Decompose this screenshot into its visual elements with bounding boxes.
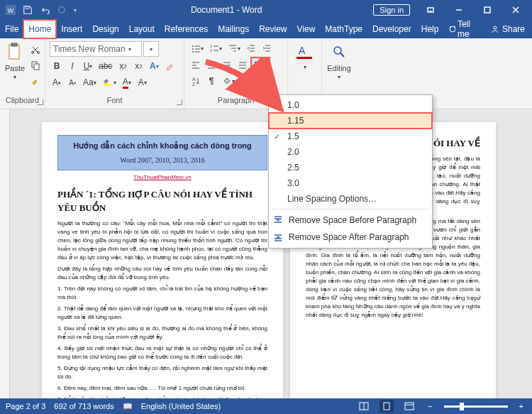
status-proofing-icon[interactable]: 📖 xyxy=(123,402,133,411)
word-app-icon: W xyxy=(3,2,18,18)
tab-home[interactable]: Home xyxy=(23,20,56,38)
line-spacing-115[interactable]: 1.15 xyxy=(269,113,432,129)
svg-rect-69 xyxy=(384,403,389,410)
minimize-button[interactable] xyxy=(445,0,472,20)
shrink-font-button[interactable]: A▾ xyxy=(65,75,79,89)
status-page[interactable]: Page 2 of 3 xyxy=(6,402,45,410)
tab-view[interactable]: View xyxy=(292,20,321,38)
format-painter-icon[interactable] xyxy=(28,74,43,88)
share-button[interactable]: Share xyxy=(484,24,532,34)
multilevel-button[interactable]: ▾ xyxy=(226,41,243,55)
svg-line-60 xyxy=(340,53,344,57)
cut-icon[interactable] xyxy=(28,43,43,57)
decrease-indent-button[interactable] xyxy=(244,41,258,55)
page-column-1[interactable]: Hướng dẫn cách chỉnh khoảng cách dòng tr… xyxy=(42,122,283,398)
line-spacing-30[interactable]: 3.0 xyxy=(269,175,432,191)
zoom-out-icon[interactable]: − xyxy=(425,402,435,410)
svg-text:Z: Z xyxy=(192,82,196,86)
line-spacing-25[interactable]: 2.5 xyxy=(269,160,432,175)
show-marks-button[interactable]: ¶ xyxy=(204,74,218,88)
group-font-label: Font xyxy=(50,96,179,107)
qat-customize-icon[interactable]: ▾ xyxy=(71,7,79,13)
numbering-button[interactable]: 12▾ xyxy=(207,41,224,55)
tab-layout[interactable]: Layout xyxy=(124,20,160,38)
undo-icon[interactable] xyxy=(37,2,52,18)
shading-button[interactable]: ▾ xyxy=(220,74,237,88)
clear-format-button[interactable] xyxy=(162,59,177,73)
font-color-button[interactable]: A▾ xyxy=(120,75,134,89)
highlight-button[interactable]: ▾ xyxy=(100,75,118,89)
svg-text:A: A xyxy=(299,45,306,56)
document-title: Document1 - Word xyxy=(79,5,373,15)
tab-references[interactable]: References xyxy=(160,20,213,38)
styles-button[interactable]: A▾ xyxy=(292,41,317,70)
maximize-button[interactable] xyxy=(474,0,501,20)
line-spacing-button[interactable]: ▾ xyxy=(251,58,270,72)
ruler-vertical[interactable] xyxy=(0,109,10,398)
line-spacing-15[interactable]: 1.5 xyxy=(269,129,432,144)
sign-in-button[interactable]: Sign in xyxy=(373,4,410,16)
titlebar: W ▾ Document1 - Word Sign in xyxy=(0,0,532,20)
zoom-slider[interactable] xyxy=(444,405,508,408)
redo-placeholder-icon[interactable] xyxy=(54,2,70,18)
document-area[interactable]: Hướng dẫn cách chỉnh khoảng cách dòng tr… xyxy=(0,109,532,398)
font-name-combo[interactable]: Times New Roman▾ xyxy=(50,41,142,57)
status-language[interactable]: English (United States) xyxy=(141,402,221,410)
paste-button[interactable]: Paste ▾ xyxy=(4,41,26,80)
svg-point-20 xyxy=(192,45,194,47)
tab-review[interactable]: Review xyxy=(254,20,292,38)
increase-indent-button[interactable] xyxy=(260,41,274,55)
grow-font-button[interactable]: A▴ xyxy=(50,75,64,89)
view-print-layout[interactable] xyxy=(379,400,394,413)
superscript-button[interactable]: x2 xyxy=(131,59,145,73)
subscript-button[interactable]: x2 xyxy=(116,59,130,73)
tab-tell-me[interactable]: Tell me xyxy=(443,20,484,38)
font-size-combo[interactable]: ▾ xyxy=(143,41,159,57)
tab-help[interactable]: Help xyxy=(416,20,444,38)
line-spacing-options[interactable]: Line Spacing Options… xyxy=(269,191,432,207)
ribbon-options-icon[interactable] xyxy=(417,0,444,20)
change-case-button[interactable]: Aa▾ xyxy=(81,75,99,89)
tab-developer[interactable]: Developer xyxy=(367,20,416,38)
svg-point-22 xyxy=(192,51,194,53)
svg-point-59 xyxy=(334,47,341,54)
save-icon[interactable] xyxy=(20,2,35,18)
remove-space-before[interactable]: Remove Space Before Paragraph xyxy=(269,212,432,229)
align-right-button[interactable] xyxy=(220,58,234,72)
tab-file[interactable]: File xyxy=(0,20,23,38)
justify-button[interactable] xyxy=(235,58,250,72)
source-link[interactable]: ThuThuatPhanMem.vn xyxy=(57,173,267,182)
editing-button[interactable]: Editing▾ xyxy=(326,41,352,80)
svg-rect-18 xyxy=(34,64,39,70)
text-effects-button[interactable]: A▾ xyxy=(147,59,161,73)
strikethrough-button[interactable]: abc xyxy=(96,59,114,73)
italic-button[interactable]: I xyxy=(65,59,79,73)
sort-button[interactable]: AZ xyxy=(189,74,203,88)
ribbon: Paste ▾ Clipboard Times New Roman▾ ▾ B I… xyxy=(0,38,532,109)
close-button[interactable] xyxy=(502,0,529,20)
tab-mathtype[interactable]: MathType xyxy=(320,20,367,38)
bold-button[interactable]: B xyxy=(50,59,64,73)
tab-insert[interactable]: Insert xyxy=(56,20,87,38)
align-center-button[interactable] xyxy=(204,58,218,72)
align-left-button[interactable] xyxy=(189,58,203,72)
line-spacing-10[interactable]: 1.0 xyxy=(269,97,432,113)
zoom-in-icon[interactable]: + xyxy=(516,402,526,410)
view-read-mode[interactable] xyxy=(357,400,371,413)
svg-point-21 xyxy=(192,48,194,50)
line-spacing-20[interactable]: 2.0 xyxy=(269,144,432,160)
svg-rect-13 xyxy=(9,45,19,59)
remove-space-after[interactable]: Remove Space After Paragraph xyxy=(269,229,432,246)
menubar: File Home Insert Design Layout Reference… xyxy=(0,20,532,38)
copy-icon[interactable] xyxy=(28,58,43,72)
tab-design[interactable]: Design xyxy=(87,20,123,38)
tab-mailings[interactable]: Mailings xyxy=(213,20,254,38)
bullets-button[interactable]: ▾ xyxy=(189,41,206,55)
svg-text:2: 2 xyxy=(210,48,212,53)
borders-button[interactable]: ▾ xyxy=(238,74,255,88)
svg-rect-14 xyxy=(11,43,17,46)
status-words[interactable]: 692 of 713 words xyxy=(54,402,113,410)
underline-button[interactable]: U ▾ xyxy=(81,59,95,73)
view-web-layout[interactable] xyxy=(402,400,416,413)
character-scale-button[interactable]: A▾ xyxy=(135,75,150,89)
